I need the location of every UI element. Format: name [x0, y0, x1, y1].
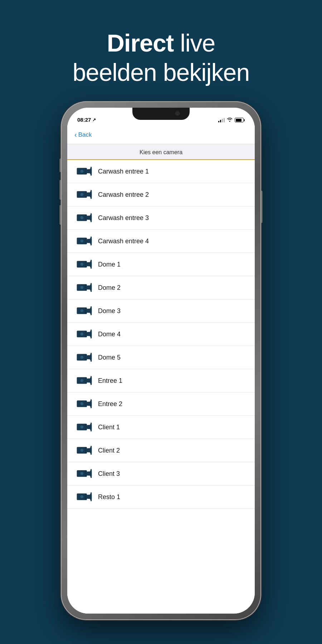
svg-point-59 [85, 308, 86, 309]
svg-point-16 [85, 196, 86, 197]
camera-icon [74, 211, 92, 224]
svg-point-68 [85, 331, 86, 332]
camera-list-item[interactable]: Dome 5 [67, 346, 255, 369]
svg-point-132 [85, 496, 86, 497]
svg-rect-116 [91, 446, 92, 455]
svg-point-113 [85, 448, 86, 449]
phone-wrapper: 08:27 ↗ [61, 101, 261, 620]
svg-point-15 [85, 194, 86, 195]
svg-point-6 [85, 171, 86, 172]
location-icon: ↗ [92, 117, 96, 122]
header-text: Direct live beelden bekijken [73, 29, 249, 87]
battery-icon [235, 118, 245, 122]
svg-point-41 [85, 262, 86, 263]
back-label: Back [78, 131, 92, 138]
header-bold: Direct [107, 29, 174, 57]
camera-list-item[interactable]: Client 1 [67, 416, 255, 439]
svg-point-2 [80, 170, 83, 173]
camera-item-name: Client 2 [98, 447, 120, 454]
camera-icon [74, 467, 92, 480]
camera-list-item[interactable]: Carwash entree 4 [67, 230, 255, 253]
nav-bar: ‹ Back [67, 126, 255, 144]
svg-rect-8 [91, 167, 92, 176]
camera-list-item[interactable]: Entree 1 [67, 369, 255, 392]
svg-point-119 [80, 472, 83, 475]
camera-icon [74, 281, 92, 294]
svg-point-86 [85, 378, 86, 379]
camera-item-name: Dome 5 [98, 354, 121, 361]
svg-point-101 [80, 426, 83, 429]
camera-icon [74, 188, 92, 201]
svg-point-23 [85, 215, 86, 216]
camera-list-item[interactable]: Carwash entree 3 [67, 206, 255, 230]
back-chevron-icon: ‹ [74, 131, 77, 139]
svg-point-131 [85, 494, 86, 495]
svg-point-96 [85, 403, 86, 404]
svg-point-88 [85, 382, 86, 383]
page-background: Direct live beelden bekijken 08:27 ↗ [0, 0, 322, 644]
wifi-icon [227, 117, 233, 123]
svg-point-52 [85, 289, 86, 290]
svg-point-123 [85, 473, 86, 474]
power-button[interactable] [261, 191, 263, 223]
svg-point-114 [85, 450, 86, 451]
camera-icon [74, 304, 92, 317]
svg-point-65 [80, 333, 83, 336]
camera-list-item[interactable]: Carwash entree 2 [67, 183, 255, 206]
svg-point-60 [85, 310, 86, 311]
svg-point-104 [85, 424, 86, 425]
camera-list-item[interactable]: Dome 4 [67, 323, 255, 346]
camera-item-name: Dome 3 [98, 307, 121, 315]
camera-icon [74, 491, 92, 503]
svg-rect-107 [91, 423, 92, 431]
svg-rect-125 [91, 469, 92, 478]
svg-point-70 [85, 336, 86, 337]
svg-rect-17 [91, 190, 92, 199]
back-button[interactable]: ‹ Back [74, 131, 92, 139]
svg-point-83 [80, 379, 83, 382]
svg-point-33 [85, 240, 86, 241]
svg-rect-44 [91, 260, 92, 269]
camera-list-title: Kies een camera [67, 144, 255, 160]
svg-rect-53 [91, 283, 92, 292]
svg-rect-89 [91, 376, 92, 385]
camera-icon [74, 444, 92, 457]
camera-list-item[interactable]: Carwash entree 1 [67, 160, 255, 183]
svg-rect-35 [91, 236, 92, 245]
svg-point-110 [80, 449, 83, 452]
camera-item-name: Entree 1 [98, 377, 122, 385]
volume-down-button[interactable] [59, 205, 61, 225]
volume-up-button[interactable] [59, 180, 61, 200]
camera-item-name: Dome 1 [98, 261, 121, 268]
camera-list-item[interactable]: Dome 1 [67, 253, 255, 276]
svg-point-97 [85, 405, 86, 406]
svg-point-56 [80, 309, 83, 312]
camera-icon [74, 351, 92, 364]
svg-point-24 [85, 217, 86, 218]
camera-icon [74, 328, 92, 341]
notch [132, 108, 190, 120]
camera-list-item[interactable]: Client 3 [67, 462, 255, 486]
camera-list-item[interactable]: Client 2 [67, 439, 255, 462]
status-time: 08:27 ↗ [77, 117, 96, 123]
camera-list-item[interactable]: Entree 2 [67, 392, 255, 416]
camera-list: Carwash entree 1 Carwash entree 2 Carwas… [67, 160, 255, 509]
svg-point-34 [85, 243, 86, 244]
camera-item-name: Dome 2 [98, 284, 121, 292]
camera-list-item[interactable]: Dome 3 [67, 299, 255, 323]
camera-item-name: Client 3 [98, 470, 120, 478]
header-line2: beelden bekijken [73, 58, 249, 87]
camera-list-item[interactable]: Resto 1 [67, 486, 255, 509]
camera-item-name: Carwash entree 4 [98, 238, 149, 245]
svg-point-69 [85, 333, 86, 335]
camera-icon [74, 397, 92, 410]
camera-item-name: Carwash entree 1 [98, 168, 149, 175]
svg-point-133 [85, 498, 86, 499]
svg-point-128 [80, 496, 83, 498]
svg-point-38 [80, 263, 83, 266]
svg-point-50 [85, 285, 86, 286]
front-camera-icon [175, 111, 180, 116]
svg-point-47 [80, 286, 83, 289]
phone-screen: 08:27 ↗ [67, 108, 255, 614]
camera-list-item[interactable]: Dome 2 [67, 276, 255, 299]
